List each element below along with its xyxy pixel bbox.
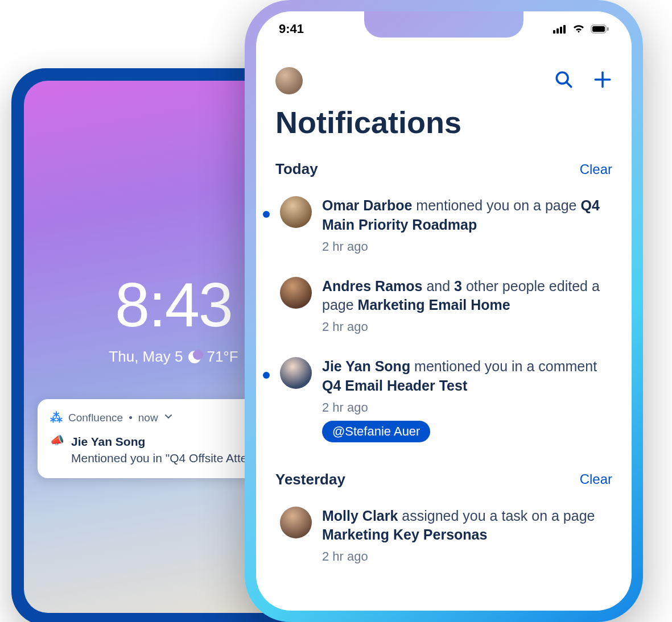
battery-icon	[591, 24, 609, 34]
notification-text: Omar Darboe mentioned you on a page Q4 M…	[322, 196, 616, 235]
confluence-icon: ⁂	[50, 410, 63, 425]
notification-actor: Omar Darboe	[322, 197, 412, 213]
notification-actor: Molly Clark	[322, 508, 398, 524]
chevron-down-icon[interactable]	[164, 412, 173, 424]
notification-actor: Jie Yan Song	[322, 358, 410, 374]
notification-target: Marketing Email Home	[358, 297, 510, 313]
clear-button-yesterday[interactable]: Clear	[580, 471, 612, 487]
avatar[interactable]	[280, 357, 312, 389]
unread-dot-icon	[263, 211, 270, 218]
app-header	[272, 57, 616, 100]
iphone-frame: 9:41	[245, 0, 643, 622]
status-bar: 9:41	[256, 22, 632, 36]
moon-icon	[188, 351, 201, 363]
status-time: 9:41	[279, 22, 304, 36]
svg-rect-1	[556, 28, 559, 34]
lockscreen-temp: 71°F	[207, 348, 238, 366]
notification-action: mentioned you in a comment	[410, 358, 597, 374]
push-body-text: Mentioned you in "Q4 Offsite Attende	[71, 450, 267, 466]
svg-rect-2	[560, 27, 562, 34]
unread-dot-icon	[263, 372, 270, 379]
mention-chip[interactable]: @Stefanie Auer	[322, 421, 430, 442]
section-header-yesterday: Yesterday Clear	[272, 464, 616, 495]
svg-line-8	[567, 82, 571, 87]
notification-text: Andres Ramos and 3 other people edited a…	[322, 277, 616, 316]
notification-time: 2 hr ago	[322, 549, 616, 564]
bullet-separator: •	[129, 412, 133, 424]
clear-button-today[interactable]: Clear	[580, 161, 612, 177]
notification-item[interactable]: Jie Yan Song mentioned you in a comment …	[272, 346, 616, 454]
avatar[interactable]	[280, 507, 312, 538]
signal-icon	[553, 24, 567, 34]
push-when: now	[138, 412, 158, 424]
notification-text-and: and	[422, 278, 454, 294]
profile-avatar[interactable]	[275, 67, 303, 94]
notification-target: Q4 Email Header Test	[322, 378, 467, 393]
notification-item[interactable]: Andres Ramos and 3 other people edited a…	[272, 266, 616, 346]
push-app-name: Confluence	[68, 412, 123, 424]
plus-icon[interactable]	[593, 70, 612, 92]
svg-rect-0	[553, 30, 555, 34]
notification-actor: Andres Ramos	[322, 278, 422, 294]
svg-rect-6	[607, 27, 609, 31]
notification-action: assigned you a task on a page	[398, 508, 595, 524]
notification-target: Marketing Key Personas	[322, 526, 487, 542]
iphone-screen: 9:41	[256, 11, 632, 611]
notification-time: 2 hr ago	[322, 239, 616, 254]
svg-rect-3	[563, 25, 566, 34]
section-header-today: Today Clear	[272, 154, 616, 185]
section-title-today: Today	[275, 160, 318, 178]
notification-count: 3	[454, 278, 462, 294]
notification-item[interactable]: Omar Darboe mentioned you on a page Q4 M…	[272, 185, 616, 266]
wifi-icon	[572, 24, 585, 34]
page-title: Notifications	[272, 100, 616, 154]
section-title-yesterday: Yesterday	[275, 471, 345, 488]
notification-text: Molly Clark assigned you a task on a pag…	[322, 507, 616, 545]
notification-time: 2 hr ago	[322, 400, 616, 415]
notification-time: 2 hr ago	[322, 320, 616, 334]
notification-action: mentioned you on a page	[412, 197, 580, 213]
notification-text: Jie Yan Song mentioned you in a comment …	[322, 357, 616, 396]
megaphone-icon: 📣	[50, 434, 64, 446]
notification-item[interactable]: Molly Clark assigned you a task on a pag…	[272, 495, 616, 576]
svg-rect-5	[592, 26, 605, 32]
avatar[interactable]	[280, 196, 312, 228]
search-icon[interactable]	[554, 70, 574, 92]
push-sender: Jie Yan Song	[71, 433, 267, 450]
avatar[interactable]	[280, 277, 312, 309]
lockscreen-date: Thu, May 5	[109, 348, 183, 366]
